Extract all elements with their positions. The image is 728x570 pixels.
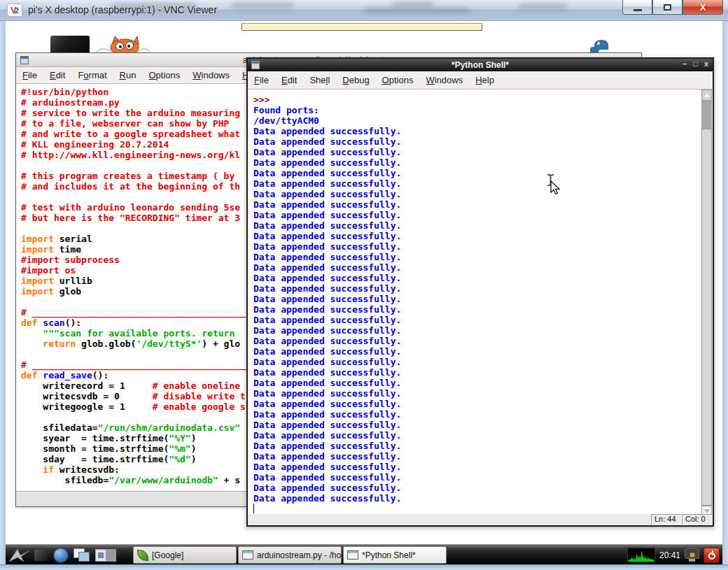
menu-item-file[interactable]: File [248,75,275,85]
shell-line: Data appended successfully. [253,199,401,210]
code-line: sday = time.strftime("%d") [21,454,273,464]
shell-scrollbar[interactable] [701,90,712,517]
code-line [21,349,273,359]
code-line: sfiledata="/run/shm/arduinodata.csv" [21,422,273,433]
shell-window-title: *Python Shell* [248,60,713,70]
taskbar-button-label: [Google] [152,550,183,560]
shell-minimize-button[interactable]: – [682,59,687,68]
shell-menubar: FileEditShellDebugOptionsWindowsHelp [248,71,713,90]
code-line: writecsvdb = 0 # disable write t [21,391,273,401]
cpu-monitor-icon[interactable] [627,548,655,562]
code-line: # http://www.kll.engineering-news.org/kl [21,150,273,160]
workspace-switcher[interactable] [95,549,116,562]
code-line: # but here is the "RECORDING" timer at 3 [21,213,273,223]
shell-line: Data appended successfully. [253,357,401,367]
shell-line: Data appended successfully. [253,147,401,157]
menu-item-windows[interactable]: Windows [186,70,236,80]
shell-input-line [253,504,401,514]
code-line: # ______________________________________… [21,307,273,318]
code-line: # to a file, webserver can show by PHP [21,118,273,129]
shell-line: Data appended successfully. [253,294,401,304]
shell-line: Data appended successfully. [253,430,401,441]
shell-line: Data appended successfully. [253,420,401,430]
code-line: if writecsvdb: [21,464,273,475]
shell-maximize-button[interactable]: □ [693,59,698,68]
shell-close-button[interactable]: x [704,59,708,68]
taskbar-button[interactable]: [Google] [133,546,237,564]
scrollbar-trough[interactable] [701,101,712,129]
maximize-button[interactable] [652,0,682,15]
code-line: smonth = time.strftime("%m") [21,443,273,454]
vnc-frame-bottom [0,564,728,570]
vnc-titlebar[interactable]: V2 pi's X desktop (raspberrypi:1) - VNC … [0,0,728,21]
code-line: # this program creates a timestamp ( by [21,171,273,181]
editor-code: #!usr/bin/python# arduinostream.py# serv… [21,87,273,485]
code-line: """scan for available ports. return [21,328,273,339]
background-blur [364,7,469,13]
shell-line: Data appended successfully. [253,399,401,409]
shell-line: >>> [253,94,401,105]
minimize-button[interactable] [622,0,652,15]
close-button[interactable]: X [682,0,723,15]
vnc-viewer-window: V2 pi's X desktop (raspberrypi:1) - VNC … [0,0,728,570]
window-icon [347,550,358,560]
shell-line: Data appended successfully. [253,262,401,273]
menu-item-debug[interactable]: Debug [336,75,375,85]
shell-titlebar[interactable]: *Python Shell* – □ x [248,59,713,71]
shell-line: Data appended successfully. [253,462,401,472]
shell-line: Data appended successfully. [253,252,401,262]
window-icon [242,550,253,560]
mouse-pointer-icon [550,180,561,195]
clock: 20:41 [659,550,680,560]
code-line: writerecord = 1 # enable oneline [21,380,273,391]
menu-item-options[interactable]: Options [142,70,186,80]
shell-line: Data appended successfully. [253,483,401,493]
scrollbar-up-icon[interactable] [701,90,712,101]
code-line: sfiledb="/var/www/arduinodb" + s [21,475,273,485]
shell-line: Data appended successfully. [253,325,401,336]
menu-item-windows[interactable]: Windows [419,75,469,85]
menu-item-edit[interactable]: Edit [275,75,303,85]
shell-line: Data appended successfully. [253,210,401,220]
shell-line: Data appended successfully. [253,367,401,378]
shell-line: Data appended successfully. [253,388,401,399]
vnc-logo-icon: V2 [7,3,22,17]
code-line: def scan(): [21,318,273,328]
vnc-window-title: pi's X desktop (raspberrypi:1) - VNC Vie… [28,4,217,15]
scrollbar-thumb[interactable] [701,129,712,506]
taskbar-button[interactable]: arduinostream.py - /ho... [238,546,342,564]
menu-item-run[interactable]: Run [113,70,143,80]
code-line: # and write to a google spreadsheet what [21,129,273,139]
power-button[interactable] [704,548,720,563]
screen-desktop-icon[interactable] [50,36,90,54]
code-line [21,223,273,234]
shell-line: Data appended successfully. [253,346,401,357]
shell-line: Data appended successfully. [253,231,401,241]
shell-line: Data appended successfully. [253,189,401,199]
lock-screen-icon[interactable] [685,548,699,562]
code-line: # and includes it at the beginning of th [21,181,273,192]
code-line: return glob.glob('/dev/ttyS*') + glo [21,339,273,349]
shell-statusbar: Ln: 44 Col: 0 [248,514,713,525]
file-manager-icon[interactable] [34,550,48,561]
shell-line: Data appended successfully. [253,178,401,189]
remote-desktop[interactable]: arduinostream.py - /home/pi/arduinostrea… [6,21,722,564]
menu-item-file[interactable]: File [16,70,43,80]
code-line: # ______________________________________… [21,359,273,370]
menu-item-format[interactable]: Format [71,70,113,80]
menu-item-options[interactable]: Options [376,75,420,85]
taskbar-tray: 20:41 [627,546,720,564]
iconify-windows-icon[interactable] [74,548,90,562]
web-browser-icon[interactable] [53,548,69,563]
start-menu-icon[interactable] [8,548,29,563]
menu-item-edit[interactable]: Edit [43,70,71,80]
menu-item-shell[interactable]: Shell [303,75,336,85]
code-line [21,412,273,422]
taskbar-button[interactable]: *Python Shell* [343,546,447,564]
code-line: import time [21,244,273,255]
menu-item-help[interactable]: Help [469,75,500,85]
shell-line: Data appended successfully. [253,126,401,136]
shell-line: Data appended successfully. [253,220,401,231]
background-blur [392,1,434,7]
shell-output-area[interactable]: >>>Found ports:/dev/ttyACM0Data appended… [248,90,713,517]
